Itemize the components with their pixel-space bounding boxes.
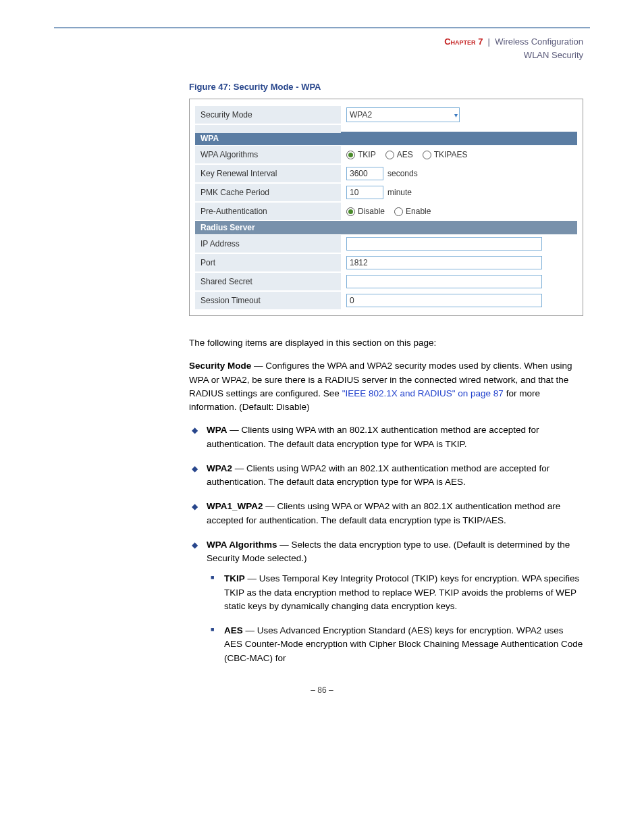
list-item: WPA1_WPA2 — Clients using WPA or WPA2 wi…	[189, 500, 583, 527]
screenshot-panel: Security Mode WPA2 ▾ WPA WPA Algorithms …	[189, 99, 583, 316]
wpa-alg-tkip-radio[interactable]: TKIP	[346, 150, 376, 159]
ip-address-input[interactable]	[346, 237, 542, 251]
port-label: Port	[195, 254, 341, 271]
chevron-down-icon: ▾	[454, 111, 458, 119]
wpa-alg-aes-radio[interactable]: AES	[385, 150, 413, 159]
session-timeout-input[interactable]: 0	[346, 294, 542, 307]
pmk-cache-input[interactable]: 10	[346, 186, 383, 199]
shared-secret-input[interactable]	[346, 275, 542, 288]
wpa-algorithms-label: WPA Algorithms	[195, 146, 341, 163]
ieee-radius-link[interactable]: "IEEE 802.1X and RADIUS" on page 87	[342, 388, 504, 398]
security-mode-label: Security Mode	[195, 106, 341, 124]
body-text: The following items are displayed in thi…	[189, 336, 583, 665]
page-header: Chapter 7 | Wireless Configuration WLAN …	[54, 32, 583, 61]
pre-auth-disable-radio[interactable]: Disable	[346, 207, 385, 216]
key-renewal-unit: seconds	[387, 169, 418, 178]
wpa-alg-tkipaes-radio[interactable]: TKIPAES	[423, 150, 468, 159]
key-renewal-label: Key Renewal Interval	[195, 165, 341, 182]
list-item: WPA — Clients using WPA with an 802.1X a…	[189, 423, 583, 451]
wpa-section-bar: WPA	[195, 132, 577, 145]
key-renewal-input[interactable]: 3600	[346, 167, 383, 180]
list-item: WPA Algorithms — Selects the data encryp…	[189, 538, 583, 665]
chapter-label: Chapter 7	[444, 36, 483, 47]
port-input[interactable]: 1812	[346, 256, 542, 269]
security-mode-select[interactable]: WPA2 ▾	[346, 107, 460, 122]
header-subtitle: WLAN Security	[524, 50, 583, 60]
pmk-cache-label: PMK Cache Period	[195, 184, 341, 201]
ip-address-label: IP Address	[195, 235, 341, 253]
list-item: TKIP — Uses Temporal Key Integrity Proto…	[207, 572, 583, 613]
list-item: AES — Uses Advanced Encryption Standard …	[207, 624, 583, 665]
figure-caption: Figure 47: Security Mode - WPA	[189, 82, 583, 92]
pre-auth-label: Pre-Authentication	[195, 203, 341, 220]
security-mode-value: WPA2	[350, 110, 372, 120]
page-number: – 86 –	[54, 685, 590, 695]
header-divider: |	[485, 36, 495, 47]
shared-secret-label: Shared Secret	[195, 273, 341, 290]
pmk-cache-unit: minute	[387, 188, 412, 197]
security-mode-paragraph: Security Mode — Configures the WPA and W…	[189, 359, 583, 414]
session-timeout-label: Session Timeout	[195, 292, 341, 309]
intro-paragraph: The following items are displayed in thi…	[189, 336, 583, 350]
list-item: WPA2 — Clients using WPA2 with an 802.1X…	[189, 462, 583, 490]
pre-auth-enable-radio[interactable]: Enable	[394, 207, 431, 216]
header-title: Wireless Configuration	[495, 36, 583, 47]
radius-section-bar: Radius Server	[195, 221, 577, 234]
